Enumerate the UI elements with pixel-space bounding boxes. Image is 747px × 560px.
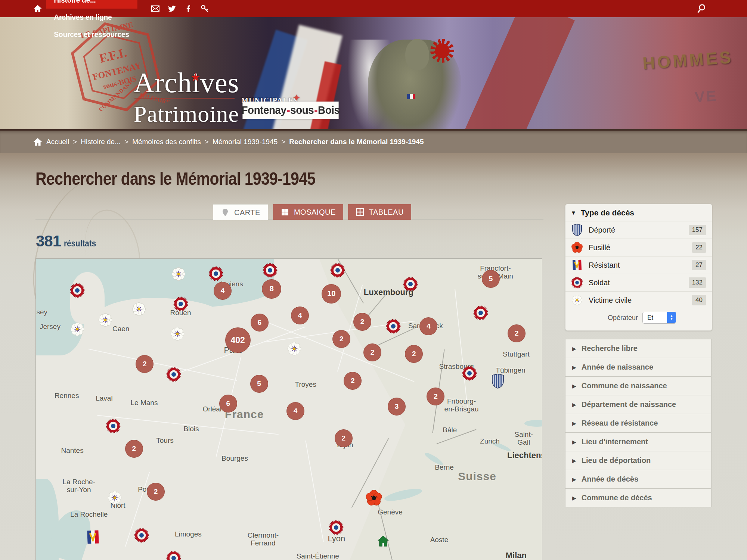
map-cluster[interactable]: 2 — [344, 372, 362, 390]
road — [88, 349, 237, 381]
map-cluster[interactable]: 2 — [427, 388, 444, 405]
map-cluster[interactable]: 4 — [286, 402, 304, 420]
map-marker-home[interactable] — [377, 535, 390, 547]
map-cluster[interactable]: 2 — [353, 313, 371, 331]
flower-icon — [571, 293, 583, 307]
facebook-icon[interactable] — [183, 4, 193, 13]
filter-row-déporté[interactable]: Déporté157 — [565, 221, 712, 239]
map-cluster[interactable]: 402 — [225, 327, 251, 353]
map-marker-cocarde[interactable] — [473, 305, 488, 320]
map-cluster[interactable]: 10 — [322, 284, 341, 304]
accordion-commune-de-naissance[interactable]: ▶Commune de naissance — [565, 377, 712, 395]
search-icon[interactable] — [696, 3, 707, 14]
map-cluster[interactable]: 2 — [335, 429, 353, 447]
twitter-icon[interactable] — [167, 4, 177, 13]
accordion-recherche-libre[interactable]: ▶Recherche libre — [565, 339, 712, 358]
map-cluster[interactable]: 2 — [147, 483, 165, 501]
map-cluster[interactable]: 3 — [388, 398, 406, 416]
operator-label: Opérateur — [608, 314, 638, 322]
map-marker-cocarde[interactable] — [263, 263, 278, 278]
map-cluster[interactable]: 2 — [332, 330, 350, 348]
map-cluster[interactable]: 2 — [136, 355, 154, 373]
nav-item-2[interactable]: Archives en ligne — [46, 9, 137, 26]
map-label-lyon: Lyon — [328, 535, 345, 542]
road — [305, 441, 324, 542]
map-marker-flower[interactable] — [286, 341, 302, 357]
tab-mosaique[interactable]: MOSAIQUE — [273, 204, 343, 220]
filter-panel-header[interactable]: ▼ Type de décès — [565, 204, 712, 221]
nav-item-1[interactable]: Histoire de... — [46, 0, 137, 9]
map-marker-cocarde[interactable] — [166, 551, 181, 560]
tab-carte[interactable]: CARTE — [213, 204, 268, 220]
accordion-lieu-de-d-portation[interactable]: ▶Lieu de déportation — [565, 451, 712, 470]
filter-label: Victime civile — [589, 296, 632, 305]
map-cluster[interactable]: 2 — [405, 345, 423, 363]
mail-icon[interactable] — [151, 4, 160, 13]
site-brand[interactable]: Archives ★ MUNICIPALES ✦ Patrimoine — [134, 69, 239, 127]
map-cluster[interactable]: 2 — [363, 343, 381, 361]
filter-label: Fusillé — [589, 243, 610, 252]
map-marker-flower[interactable] — [97, 312, 113, 328]
map-marker-cocarde[interactable] — [462, 366, 477, 381]
results-map[interactable]: seyJerseyAmiensRouenCaenParisLuxembourgF… — [35, 258, 542, 560]
map-cluster[interactable]: 4 — [291, 307, 309, 324]
breadcrumb-home-icon[interactable] — [33, 137, 43, 147]
map-marker-flower[interactable] — [171, 266, 186, 282]
filter-row-fusillé[interactable]: Fusillé22 — [565, 239, 712, 256]
filter-row-victime-civile[interactable]: Victime civile40 — [565, 292, 712, 309]
map-cluster[interactable]: 6 — [219, 395, 237, 413]
map-cluster[interactable]: 5 — [250, 375, 268, 393]
map-cluster[interactable]: 8 — [262, 279, 281, 299]
accordion-label: Année de naissance — [582, 363, 653, 371]
breadcrumb-item-1[interactable]: Histoire de... — [81, 138, 121, 146]
map-marker-shield[interactable] — [492, 373, 504, 389]
tab-tableau[interactable]: TABLEAU — [348, 204, 411, 220]
map-marker-cocarde[interactable] — [330, 263, 345, 278]
accordion-label: Commune de naissance — [582, 382, 667, 390]
map-cluster[interactable]: 4 — [419, 317, 437, 335]
map-label-bourges: Bourges — [221, 454, 248, 462]
map-marker-flag[interactable] — [86, 529, 100, 545]
map-cluster[interactable]: 2 — [508, 324, 526, 342]
map-cluster[interactable]: 4 — [214, 282, 232, 300]
key-icon[interactable] — [200, 4, 210, 13]
breadcrumb-bar: Accueil>Histoire de...>Mémoires des conf… — [0, 131, 747, 153]
map-marker-cocarde[interactable] — [329, 520, 344, 535]
map-label-tours: Tours — [156, 436, 173, 444]
accordion-ann-e-de-d-c-s[interactable]: ▶Année de décès — [565, 470, 712, 489]
filter-row-soldat[interactable]: Soldat132 — [565, 274, 712, 292]
accordion-lieu-d-internement[interactable]: ▶Lieu d'internement — [565, 433, 712, 451]
accordion-commune-de-d-c-s[interactable]: ▶Commune de décès — [565, 489, 712, 507]
filter-panel-type-deces: ▼ Type de décès Déporté157Fusillé22Résis… — [565, 204, 712, 331]
map-marker-cocarde[interactable] — [106, 419, 121, 433]
nav-item-3[interactable]: Sources et ressources — [46, 26, 137, 43]
map-label-la-roche-sur-yon: La Roche- sur-Yon — [62, 478, 95, 494]
operator-select[interactable]: Et ▲▼ — [642, 312, 676, 324]
filter-row-résistant[interactable]: Résistant27 — [565, 256, 712, 274]
map-marker-flower[interactable] — [170, 326, 185, 342]
breadcrumb-item-0[interactable]: Accueil — [46, 138, 69, 146]
map-marker-cocarde[interactable] — [134, 528, 149, 543]
map-marker-cocarde[interactable] — [70, 283, 85, 298]
accordion-d-partement-de-naissance[interactable]: ▶Département de naissance — [565, 395, 712, 414]
tab-label: CARTE — [234, 208, 260, 217]
map-marker-poppy[interactable] — [365, 489, 382, 507]
map-marker-cocarde[interactable] — [386, 319, 401, 334]
accordion-label: Lieu d'internement — [582, 438, 648, 446]
breadcrumb-item-2[interactable]: Mémoires des conflits — [132, 138, 201, 146]
breadcrumb-item-3[interactable]: Mémorial 1939-1945 — [213, 138, 278, 146]
home-icon[interactable] — [29, 0, 46, 17]
map-marker-cocarde[interactable] — [173, 296, 188, 311]
accordion-ann-e-de-naissance[interactable]: ▶Année de naissance — [565, 358, 712, 377]
map-marker-flower[interactable] — [131, 301, 147, 317]
city-badge: Fontenay-sous-Bois — [242, 102, 338, 119]
map-marker-cocarde[interactable] — [403, 277, 418, 292]
map-cluster[interactable]: 5 — [482, 270, 500, 288]
map-cluster[interactable]: 6 — [251, 314, 269, 332]
map-marker-cocarde[interactable] — [166, 367, 181, 382]
map-cluster[interactable]: 2 — [125, 440, 143, 458]
map-marker-flower[interactable] — [107, 490, 123, 505]
map-marker-flower[interactable] — [69, 321, 85, 337]
map-marker-cocarde[interactable] — [208, 266, 223, 281]
accordion-r-seau-de-r-sistance[interactable]: ▶Réseau de résistance — [565, 414, 712, 433]
